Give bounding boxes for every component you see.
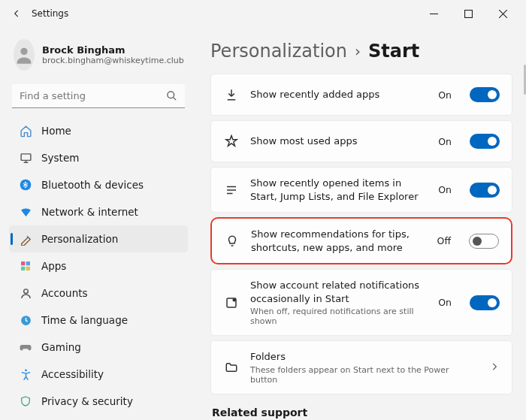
toggle-state-label: On [438, 136, 452, 147]
toggle-switch[interactable] [470, 295, 500, 310]
chevron-right-icon [489, 361, 500, 375]
sidebar-item-label: Apps [41, 260, 66, 272]
privacy-icon [19, 395, 32, 407]
apps-icon [19, 260, 32, 272]
sidebar-item-label: System [41, 152, 79, 164]
toggle-state-label: Off [437, 235, 451, 246]
svg-point-9 [23, 289, 28, 293]
setting-subtitle: When off, required notifications are sti… [250, 307, 428, 326]
close-button[interactable] [485, 2, 520, 25]
sidebar-item-personalization[interactable]: Personalization [9, 225, 188, 252]
setting-most-used: Show most used appsOn [210, 120, 512, 162]
setting-title: Show recently opened items in Start, Jum… [250, 177, 428, 203]
svg-rect-7 [21, 267, 25, 270]
svg-rect-6 [26, 261, 30, 265]
chevron-right-icon: › [355, 42, 361, 60]
svg-point-11 [25, 369, 27, 371]
titlebar: Settings [0, 0, 526, 27]
sidebar-item-accessibility[interactable]: Accessibility [9, 361, 188, 388]
setting-title: Show recently added apps [250, 88, 428, 101]
accounts-icon [19, 287, 32, 300]
setting-recommendations: Show recommendations for tips, shortcuts… [210, 217, 512, 264]
sidebar-item-label: Gaming [41, 341, 81, 353]
sidebar-item-time[interactable]: Time & language [9, 307, 188, 334]
maximize-button[interactable] [451, 2, 485, 25]
svg-point-2 [168, 92, 174, 98]
related-support-header: Related support [212, 406, 512, 418]
most-used-icon [223, 134, 240, 148]
setting-folders[interactable]: FoldersThese folders appear on Start nex… [210, 340, 512, 394]
toggle-state-label: On [438, 184, 452, 195]
minimize-button[interactable] [416, 2, 451, 25]
setting-recent-apps: Show recently added appsOn [210, 74, 512, 116]
search-icon [166, 90, 177, 104]
svg-rect-8 [26, 267, 30, 270]
sidebar-item-label: Network & internet [41, 206, 138, 218]
home-icon [19, 125, 32, 137]
sidebar-item-bluetooth[interactable]: Bluetooth & devices [9, 171, 188, 198]
toggle-state-label: On [438, 89, 452, 101]
recommendations-icon [224, 234, 240, 248]
user-email: brock.bingham@whiskeytime.club [42, 56, 184, 65]
gaming-icon [19, 340, 32, 354]
sidebar-item-apps[interactable]: Apps [9, 252, 188, 279]
bluetooth-icon [19, 179, 32, 191]
sidebar-item-network[interactable]: Network & internet [9, 198, 188, 225]
sidebar-item-privacy[interactable]: Privacy & security [9, 388, 188, 415]
breadcrumb: Personalization › Start [210, 36, 512, 74]
breadcrumb-parent[interactable]: Personalization [210, 41, 347, 62]
sidebar-item-home[interactable]: Home [9, 117, 188, 144]
setting-account-notifs: Show account related notifications occas… [210, 269, 512, 336]
sidebar-item-label: Accounts [41, 287, 88, 299]
setting-title: Show most used apps [250, 134, 428, 148]
sidebar-item-label: Accessibility [41, 368, 104, 380]
toggle-state-label: On [438, 297, 452, 308]
account-notifs-icon [223, 296, 240, 310]
sidebar-item-label: Privacy & security [41, 395, 133, 407]
setting-recent-items: Show recently opened items in Start, Jum… [210, 167, 512, 213]
system-icon [19, 152, 32, 165]
setting-title: Folders [250, 350, 479, 364]
toggle-switch[interactable] [469, 234, 499, 249]
breadcrumb-current: Start [368, 41, 419, 62]
svg-point-13 [233, 298, 237, 302]
avatar [14, 39, 35, 71]
user-name: Brock Bingham [42, 44, 184, 56]
toggle-switch[interactable] [470, 87, 500, 102]
setting-title: Show recommendations for tips, shortcuts… [251, 228, 427, 254]
network-icon [19, 206, 32, 219]
sidebar-item-accounts[interactable]: Accounts [9, 279, 188, 307]
user-profile[interactable]: Brock Bingham brock.bingham@whiskeytime.… [9, 33, 188, 81]
sidebar-item-label: Personalization [41, 233, 118, 245]
recent-apps-icon [223, 88, 240, 101]
accessibility-icon [19, 368, 32, 381]
time-icon [19, 314, 32, 327]
personalization-icon [19, 233, 32, 246]
search-input[interactable] [12, 84, 185, 108]
sidebar: Brock Bingham brock.bingham@whiskeytime.… [0, 27, 195, 420]
svg-rect-0 [464, 10, 472, 17]
svg-point-1 [20, 48, 27, 55]
toggle-switch[interactable] [470, 134, 500, 149]
back-button[interactable] [6, 3, 27, 24]
sidebar-item-label: Bluetooth & devices [41, 179, 144, 191]
window-title: Settings [32, 8, 416, 19]
main-panel: Personalization › Start Show recently ad… [195, 27, 526, 420]
recent-items-icon [223, 183, 240, 197]
folders-icon [223, 361, 240, 374]
sidebar-item-label: Time & language [41, 314, 128, 326]
search-box[interactable] [12, 84, 185, 108]
toggle-switch[interactable] [470, 183, 500, 198]
sidebar-item-system[interactable]: System [9, 144, 188, 171]
svg-rect-5 [21, 261, 25, 265]
svg-rect-3 [21, 153, 31, 160]
setting-subtitle: These folders appear on Start next to th… [250, 365, 479, 385]
sidebar-item-gaming[interactable]: Gaming [9, 334, 188, 361]
sidebar-item-label: Home [41, 125, 71, 137]
setting-title: Show account related notifications occas… [250, 279, 428, 305]
